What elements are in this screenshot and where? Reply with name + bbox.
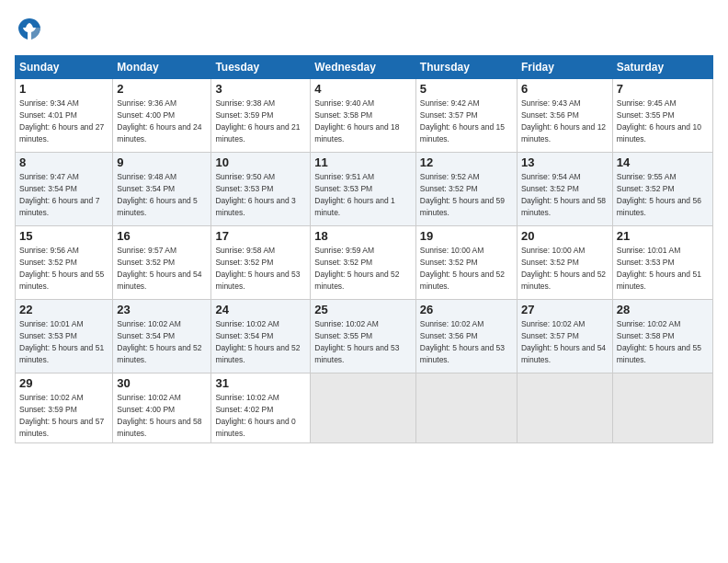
calendar-cell: 25Sunrise: 10:02 AMSunset: 3:55 PMDaylig… xyxy=(311,300,415,373)
calendar-week-1: 1Sunrise: 9:34 AMSunset: 4:01 PMDaylight… xyxy=(16,79,713,153)
day-number: 26 xyxy=(420,303,513,316)
day-info: Sunrise: 10:01 AMSunset: 3:53 PMDaylight… xyxy=(19,319,104,364)
day-info: Sunrise: 10:00 AMSunset: 3:52 PMDaylight… xyxy=(521,246,606,291)
day-info: Sunrise: 10:02 AMSunset: 3:57 PMDaylight… xyxy=(521,319,606,364)
calendar-cell: 29Sunrise: 10:02 AMSunset: 3:59 PMDaylig… xyxy=(16,373,113,443)
calendar-cell: 16Sunrise: 9:57 AMSunset: 3:52 PMDayligh… xyxy=(113,226,211,300)
calendar-cell: 21Sunrise: 10:01 AMSunset: 3:53 PMDaylig… xyxy=(612,226,712,300)
calendar-cell: 15Sunrise: 9:56 AMSunset: 3:52 PMDayligh… xyxy=(16,226,113,300)
calendar-cell: 10Sunrise: 9:50 AMSunset: 3:53 PMDayligh… xyxy=(211,153,311,226)
day-info: Sunrise: 10:00 AMSunset: 3:52 PMDaylight… xyxy=(420,246,505,291)
day-info: Sunrise: 10:01 AMSunset: 3:53 PMDaylight… xyxy=(617,246,701,291)
calendar: SundayMondayTuesdayWednesdayThursdayFrid… xyxy=(15,55,713,443)
day-info: Sunrise: 9:48 AMSunset: 3:54 PMDaylight:… xyxy=(117,172,197,217)
calendar-cell: 23Sunrise: 10:02 AMSunset: 3:54 PMDaylig… xyxy=(113,300,211,373)
day-number: 31 xyxy=(215,376,306,390)
day-header-wednesday: Wednesday xyxy=(311,56,415,79)
day-info: Sunrise: 10:02 AMSunset: 3:54 PMDaylight… xyxy=(117,319,201,364)
day-info: Sunrise: 9:38 AMSunset: 3:59 PMDaylight:… xyxy=(215,98,300,144)
calendar-cell: 18Sunrise: 9:59 AMSunset: 3:52 PMDayligh… xyxy=(311,226,415,300)
calendar-cell: 13Sunrise: 9:54 AMSunset: 3:52 PMDayligh… xyxy=(517,153,612,226)
calendar-cell: 28Sunrise: 10:02 AMSunset: 3:58 PMDaylig… xyxy=(612,300,712,373)
day-info: Sunrise: 10:02 AMSunset: 4:00 PMDaylight… xyxy=(117,393,201,438)
day-number: 11 xyxy=(314,155,411,169)
day-info: Sunrise: 9:36 AMSunset: 4:00 PMDaylight:… xyxy=(117,98,201,144)
day-header-friday: Friday xyxy=(517,56,612,79)
day-info: Sunrise: 10:02 AMSunset: 3:55 PMDaylight… xyxy=(314,319,399,364)
day-header-monday: Monday xyxy=(113,56,211,79)
day-info: Sunrise: 9:45 AMSunset: 3:55 PMDaylight:… xyxy=(617,98,701,144)
day-number: 7 xyxy=(617,82,709,96)
day-info: Sunrise: 9:54 AMSunset: 3:52 PMDaylight:… xyxy=(521,172,606,217)
calendar-cell: 12Sunrise: 9:52 AMSunset: 3:52 PMDayligh… xyxy=(415,153,517,226)
calendar-week-4: 22Sunrise: 10:01 AMSunset: 3:53 PMDaylig… xyxy=(16,300,713,373)
calendar-cell: 19Sunrise: 10:00 AMSunset: 3:52 PMDaylig… xyxy=(415,226,517,300)
calendar-cell: 5Sunrise: 9:42 AMSunset: 3:57 PMDaylight… xyxy=(415,79,517,153)
calendar-cell: 7Sunrise: 9:45 AMSunset: 3:55 PMDaylight… xyxy=(612,79,712,153)
day-info: Sunrise: 9:43 AMSunset: 3:56 PMDaylight:… xyxy=(521,98,606,144)
calendar-cell: 24Sunrise: 10:02 AMSunset: 3:54 PMDaylig… xyxy=(211,300,311,373)
day-number: 25 xyxy=(314,303,411,316)
calendar-cell: 17Sunrise: 9:58 AMSunset: 3:52 PMDayligh… xyxy=(211,226,311,300)
logo-icon xyxy=(15,15,44,44)
calendar-cell: 14Sunrise: 9:55 AMSunset: 3:52 PMDayligh… xyxy=(612,153,712,226)
calendar-cell xyxy=(311,373,415,443)
day-info: Sunrise: 10:02 AMSunset: 3:58 PMDaylight… xyxy=(617,319,701,364)
day-number: 22 xyxy=(19,303,108,316)
day-info: Sunrise: 9:59 AMSunset: 3:52 PMDaylight:… xyxy=(314,246,399,291)
calendar-cell: 3Sunrise: 9:38 AMSunset: 3:59 PMDaylight… xyxy=(211,79,311,153)
calendar-header-row: SundayMondayTuesdayWednesdayThursdayFrid… xyxy=(16,56,713,79)
calendar-cell: 31Sunrise: 10:02 AMSunset: 4:02 PMDaylig… xyxy=(211,373,311,443)
day-number: 17 xyxy=(215,229,306,243)
day-number: 20 xyxy=(521,229,609,243)
calendar-cell: 1Sunrise: 9:34 AMSunset: 4:01 PMDaylight… xyxy=(16,79,113,153)
calendar-cell: 2Sunrise: 9:36 AMSunset: 4:00 PMDaylight… xyxy=(113,79,211,153)
day-number: 28 xyxy=(617,303,709,316)
calendar-cell: 4Sunrise: 9:40 AMSunset: 3:58 PMDaylight… xyxy=(311,79,415,153)
day-info: Sunrise: 9:56 AMSunset: 3:52 PMDaylight:… xyxy=(19,246,104,291)
day-header-tuesday: Tuesday xyxy=(211,56,311,79)
calendar-cell: 9Sunrise: 9:48 AMSunset: 3:54 PMDaylight… xyxy=(113,153,211,226)
calendar-cell xyxy=(415,373,517,443)
day-info: Sunrise: 9:50 AMSunset: 3:53 PMDaylight:… xyxy=(215,172,295,217)
logo xyxy=(15,15,48,48)
day-info: Sunrise: 9:42 AMSunset: 3:57 PMDaylight:… xyxy=(420,98,505,144)
day-number: 6 xyxy=(521,82,609,96)
calendar-week-2: 8Sunrise: 9:47 AMSunset: 3:54 PMDaylight… xyxy=(16,153,713,226)
day-header-saturday: Saturday xyxy=(612,56,712,79)
day-header-sunday: Sunday xyxy=(16,56,113,79)
calendar-week-3: 15Sunrise: 9:56 AMSunset: 3:52 PMDayligh… xyxy=(16,226,713,300)
calendar-cell xyxy=(612,373,712,443)
day-number: 18 xyxy=(314,229,411,243)
day-info: Sunrise: 9:57 AMSunset: 3:52 PMDaylight:… xyxy=(117,246,201,291)
day-number: 24 xyxy=(215,303,306,316)
calendar-week-5: 29Sunrise: 10:02 AMSunset: 3:59 PMDaylig… xyxy=(16,373,713,443)
day-info: Sunrise: 9:55 AMSunset: 3:52 PMDaylight:… xyxy=(617,172,701,217)
day-number: 3 xyxy=(215,82,306,96)
day-info: Sunrise: 9:51 AMSunset: 3:53 PMDaylight:… xyxy=(314,172,394,217)
day-number: 19 xyxy=(420,229,513,243)
calendar-cell: 30Sunrise: 10:02 AMSunset: 4:00 PMDaylig… xyxy=(113,373,211,443)
day-number: 13 xyxy=(521,155,609,169)
day-number: 16 xyxy=(117,229,207,243)
day-number: 29 xyxy=(19,376,108,390)
calendar-cell: 11Sunrise: 9:51 AMSunset: 3:53 PMDayligh… xyxy=(311,153,415,226)
day-number: 10 xyxy=(215,155,306,169)
day-number: 23 xyxy=(117,303,207,316)
day-number: 21 xyxy=(617,229,709,243)
day-info: Sunrise: 10:02 AMSunset: 3:59 PMDaylight… xyxy=(19,393,104,438)
day-number: 30 xyxy=(117,376,207,390)
day-number: 4 xyxy=(314,82,411,96)
calendar-cell: 27Sunrise: 10:02 AMSunset: 3:57 PMDaylig… xyxy=(517,300,612,373)
day-number: 15 xyxy=(19,229,108,243)
day-number: 2 xyxy=(117,82,207,96)
day-number: 14 xyxy=(617,155,709,169)
day-info: Sunrise: 10:02 AMSunset: 4:02 PMDaylight… xyxy=(215,393,295,438)
calendar-cell xyxy=(517,373,612,443)
calendar-cell: 20Sunrise: 10:00 AMSunset: 3:52 PMDaylig… xyxy=(517,226,612,300)
day-number: 1 xyxy=(19,82,108,96)
calendar-cell: 6Sunrise: 9:43 AMSunset: 3:56 PMDaylight… xyxy=(517,79,612,153)
day-number: 8 xyxy=(19,155,108,169)
day-number: 9 xyxy=(117,155,207,169)
day-info: Sunrise: 9:58 AMSunset: 3:52 PMDaylight:… xyxy=(215,246,300,291)
